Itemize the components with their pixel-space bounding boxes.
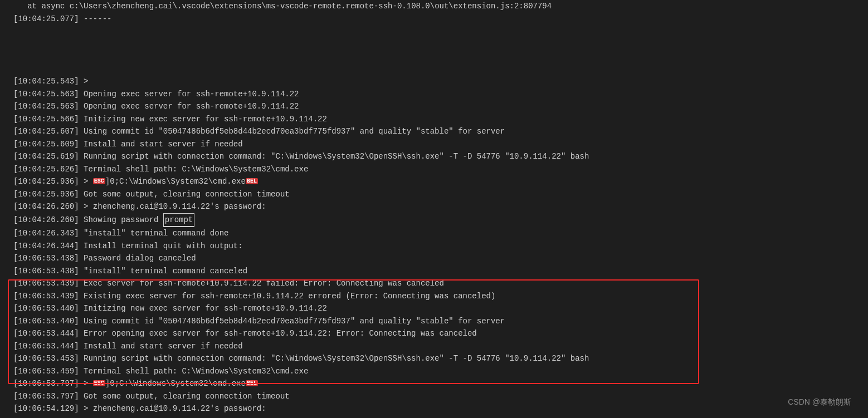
watermark-text: CSDN @泰勒朗斯 <box>788 396 851 409</box>
log-line: [10:04:25.619] Running script with conne… <box>0 150 868 163</box>
log-line: [10:04:26.260] > zhencheng.cai@10.9.114.… <box>0 200 868 213</box>
log-line: [10:04:25.566] Initizing new exec server… <box>0 113 868 126</box>
log-line: [10:06:53.453] Running script with conne… <box>0 352 868 365</box>
log-line: [10:06:53.444] Install and start server … <box>0 340 868 353</box>
esc-control-icon: ESC <box>93 380 105 386</box>
log-line: [10:06:53.440] Using commit id "05047486… <box>0 315 868 328</box>
log-line: [10:04:25.563] Opening exec server for s… <box>0 88 868 101</box>
log-line: [10:04:25.607] Using commit id "05047486… <box>0 125 868 138</box>
log-line: [10:06:54.129] > zhencheng.cai@10.9.114.… <box>0 402 868 415</box>
log-line: [10:06:53.438] "install" terminal comman… <box>0 265 868 278</box>
log-line: [10:04:25.077] ------ <box>0 13 868 26</box>
log-line-esc: [10:04:25.936] > ESC]0;C:\Windows\System… <box>0 175 868 188</box>
log-line-prompt: [10:04:26.260] Showing password prompt <box>0 213 868 228</box>
blank-line <box>0 25 868 38</box>
log-line: [10:06:53.444] Error opening exec server… <box>0 327 868 340</box>
log-line: [10:04:25.543] > <box>0 75 868 88</box>
esc-control-icon: ESC <box>93 178 105 184</box>
blank-line <box>0 38 868 51</box>
log-line: [10:04:25.626] Terminal shell path: C:\W… <box>0 163 868 176</box>
text-cursor-highlight: prompt <box>163 213 194 228</box>
log-line: [10:06:53.797] Got some output, clearing… <box>0 390 868 403</box>
log-line-esc: [10:06:53.797] > ESC]0;C:\Windows\System… <box>0 377 868 390</box>
log-line: [10:06:53.440] Initizing new exec server… <box>0 302 868 315</box>
terminal-output[interactable]: at async c:\Users\zhencheng.cai\.vscode\… <box>0 0 868 415</box>
log-line: [10:06:53.439] Exec server for ssh-remot… <box>0 277 868 290</box>
log-line: [10:06:53.438] Password dialog canceled <box>0 252 868 265</box>
log-line: at async c:\Users\zhencheng.cai\.vscode\… <box>0 0 868 13</box>
log-line: [10:04:26.344] Install terminal quit wit… <box>0 240 868 253</box>
blank-line <box>0 63 868 76</box>
log-line: [10:06:53.439] Existing exec server for … <box>0 290 868 303</box>
log-line: [10:06:53.459] Terminal shell path: C:\W… <box>0 365 868 378</box>
log-line: [10:04:25.563] Opening exec server for s… <box>0 100 868 113</box>
log-line: [10:04:25.609] Install and start server … <box>0 138 868 151</box>
log-line: [10:04:26.343] "install" terminal comman… <box>0 227 868 240</box>
bel-control-icon: BEL <box>246 178 258 184</box>
log-line: [10:04:25.936] Got some output, clearing… <box>0 188 868 201</box>
blank-line <box>0 50 868 63</box>
bel-control-icon: BEL <box>246 380 258 386</box>
